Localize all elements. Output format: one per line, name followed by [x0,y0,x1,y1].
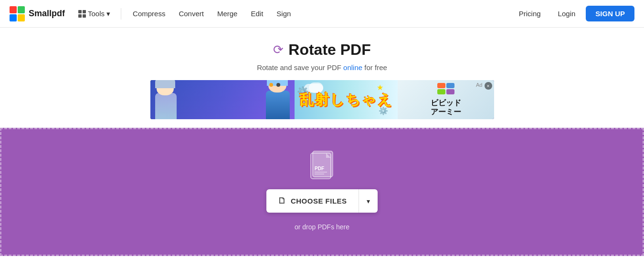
sign-nav-link[interactable]: Sign [272,7,296,21]
chevron-down-icon: ▾ [106,10,110,18]
pricing-nav-link[interactable]: Pricing [512,7,548,21]
page-title-wrap: ⟳ Rotate PDF [273,41,370,59]
online-link[interactable]: online [343,63,362,72]
choose-files-button[interactable]: 🗋 CHOOSE FILES [266,189,359,213]
drop-hint: or drop PDFs here [295,223,349,231]
logo-text: Smallpdf [29,9,65,19]
tools-dropdown-button[interactable]: Tools ▾ [74,7,114,21]
ad-left-section [150,80,295,119]
signup-button[interactable]: SIGN UP [586,6,634,21]
convert-nav-link[interactable]: Convert [174,7,209,21]
file-upload-icon: 🗋 [278,196,287,206]
dropdown-arrow-icon: ▾ [367,197,370,205]
choose-files-dropdown-button[interactable]: ▾ [359,189,378,213]
page-subtitle: Rotate and save your PDF online for free [257,63,387,72]
svg-text:PDF: PDF [315,166,324,171]
ad-main-text: 乱射しちゃえ [299,90,393,110]
edit-nav-link[interactable]: Edit [246,7,268,21]
pdf-file-icon: PDF [308,148,337,181]
ad-close-button[interactable]: × [485,82,492,90]
login-nav-link[interactable]: Login [551,7,582,21]
logo[interactable]: Smallpdf [10,6,65,21]
nav-separator [121,8,121,20]
ad-center-section: ⚙️ ⚙️ ★ ★ 乱射しちゃえ [295,80,398,119]
navbar: Smallpdf Tools ▾ Compress Convert Merge … [0,0,644,28]
page-title: Rotate PDF [288,41,370,59]
tools-label: Tools [88,10,105,18]
grid-icon [78,10,86,18]
choose-files-label: CHOOSE FILES [291,197,347,205]
merge-nav-link[interactable]: Merge [212,7,243,21]
ad-right-text: ビビッドアーミー [431,98,461,116]
upload-zone[interactable]: PDF 🗋 CHOOSE FILES ▾ or drop PDFs here [0,128,644,256]
choose-files-wrap: 🗋 CHOOSE FILES ▾ [266,189,377,213]
compress-nav-link[interactable]: Compress [128,7,170,21]
ad-indicator: Ad [476,82,482,88]
page-content: ⟳ Rotate PDF Rotate and save your PDF on… [0,28,644,256]
upload-zone-inner: PDF 🗋 CHOOSE FILES ▾ or drop PDFs here [266,148,377,231]
ad-banner: × [150,80,494,119]
ad-right-section: Ad ビビッドアーミー [398,80,494,119]
logo-icon [10,6,25,21]
rotate-pdf-icon: ⟳ [273,42,284,57]
